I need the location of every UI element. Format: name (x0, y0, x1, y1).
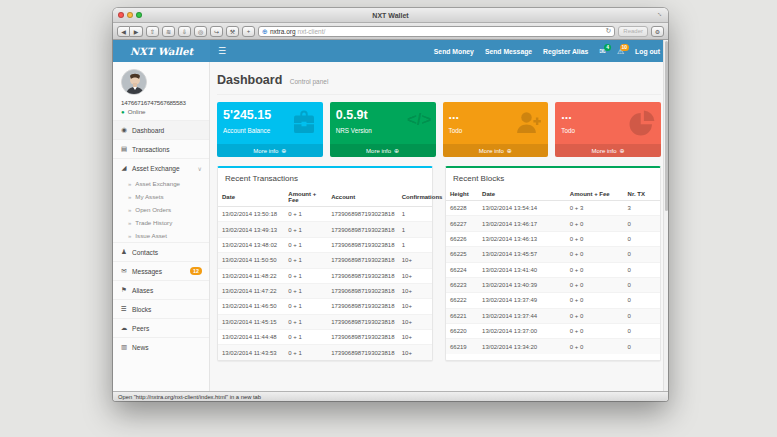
double-arrow-icon: » (128, 220, 131, 226)
back-button[interactable]: ◀ (117, 26, 130, 37)
card-nrs-version: 0.5.9t NRS Version </> More info ⊕ (330, 102, 436, 157)
sidebar-subitem-trade-history[interactable]: » Trade History (113, 216, 209, 229)
new-tab-button[interactable]: + (242, 26, 255, 37)
table-row: 6622413/02/2014 13:41:400 + 00 (446, 262, 660, 277)
table-row: 13/02/2014 11:46:500 + 11739068987193023… (218, 299, 432, 314)
more-info-link[interactable]: More info ⊕ (555, 144, 661, 157)
messages-count-badge: 4 (604, 44, 611, 51)
arrow-circle-icon: ⊕ (281, 147, 286, 154)
nav-link-register-alias[interactable]: Register Alias (543, 48, 588, 55)
brand-logo[interactable]: NXT Wallet (113, 40, 210, 62)
sidebar-subitem-label: Issue Asset (135, 232, 167, 239)
chevron-down-icon: ∨ (198, 165, 202, 172)
table-row: 13/02/2014 13:49:130 + 11739068987193023… (218, 222, 432, 237)
sidebar: 14766716747567685583 ● Online ◉ Dashboar… (113, 62, 210, 391)
scrollbar-thumb[interactable] (665, 41, 668, 211)
card-todo-2: ... Todo More info ⊕ (555, 102, 661, 157)
table-row: 6622213/02/2014 13:37:490 + 00 (446, 293, 660, 308)
sidebar-toggle-button[interactable]: ☰ (210, 40, 234, 62)
envelope-icon: ✉ (120, 267, 128, 275)
alerts-count-badge: 10 (620, 44, 630, 51)
sidebar-item-messages[interactable]: ✉ Messages 12 (113, 261, 209, 280)
vertical-scrollbar[interactable] (663, 40, 668, 391)
cloud-icon: ☁ (120, 324, 128, 332)
table-row: 13/02/2014 13:48:020 + 11739068987193023… (218, 237, 432, 252)
sidebar-item-news[interactable]: ▥ News (113, 337, 209, 356)
double-arrow-icon: » (128, 181, 131, 187)
url-path: nxt-client/ (298, 28, 326, 35)
forward-button[interactable]: ▶ (130, 26, 143, 37)
list-icon: ☰ (120, 305, 128, 313)
sidebar-item-transactions[interactable]: ▤ Transactions (113, 139, 209, 158)
sidebar-item-asset-exchange[interactable]: ◢ Asset Exchange ∨ (113, 158, 209, 177)
sidebar-subitem-open-orders[interactable]: » Open Orders (113, 203, 209, 216)
online-status-label: Online (128, 108, 146, 115)
sidebar-item-dashboard[interactable]: ◉ Dashboard (113, 120, 209, 139)
table-row: 6621913/02/2014 13:34:200 + 00 (446, 339, 660, 354)
table-row: 6622713/02/2014 13:46:170 + 00 (446, 216, 660, 231)
more-info-label: More info (479, 148, 504, 154)
status-text: Open "http://nxtra.org/nxt-client/index.… (118, 394, 261, 400)
dashboard-icon: ◉ (120, 126, 128, 134)
table-row: 13/02/2014 13:50:180 + 11739068987193023… (218, 207, 432, 222)
briefcase-icon (289, 108, 319, 138)
more-info-label: More info (366, 148, 391, 154)
alerts-dropdown-button[interactable]: ⚠ 10 (617, 47, 624, 56)
sidebar-item-label: Transactions (132, 146, 170, 153)
bookmark-icon: ⚑ (120, 286, 128, 294)
tools-wrench-button[interactable]: ⚒ (226, 26, 239, 37)
rss-button[interactable]: ≋ (162, 26, 175, 37)
download-button[interactable]: ⇩ (178, 26, 191, 37)
share-button[interactable]: ⇧ (146, 26, 159, 37)
browser-window: NXT Wallet ↔ ◀ ▶ ⇧ ≋ ⇩ ◎ ↪ ⚒ + ⊕ nxtra.o… (113, 8, 668, 401)
sidebar-item-aliases[interactable]: ⚑ Aliases (113, 280, 209, 299)
recent-blocks-title: Recent Blocks (446, 168, 660, 188)
sidebar-subitem-issue-asset[interactable]: » Issue Asset (113, 229, 209, 242)
address-bar[interactable]: ⊕ nxtra.org nxt-client/ ↻ (258, 26, 615, 37)
table-row: 13/02/2014 11:48:220 + 11739068987193023… (218, 268, 432, 283)
sidebar-item-peers[interactable]: ☁ Peers (113, 318, 209, 337)
logout-button[interactable]: Log out (635, 48, 660, 55)
more-info-link[interactable]: More info ⊕ (217, 144, 323, 157)
avatar (121, 69, 147, 95)
user-profile: 14766716747567685583 ● Online (113, 62, 209, 120)
more-info-link[interactable]: More info ⊕ (330, 144, 436, 157)
sidebar-item-label: Peers (132, 325, 149, 332)
sidebar-item-label: Asset Exchange (132, 165, 180, 172)
pie-chart-icon (627, 108, 657, 138)
sidebar-item-label: News (132, 344, 149, 351)
messages-dropdown-button[interactable]: ✉ 4 (599, 47, 606, 56)
column-header: Confirmations (398, 188, 432, 207)
recent-transactions-title: Recent Transactions (218, 168, 432, 188)
page-viewport: NXT Wallet ☰ Send Money Send Message Reg… (113, 40, 668, 391)
gear-button[interactable]: ⚙ (651, 26, 664, 37)
column-header: Account (327, 188, 398, 207)
nav-link-send-message[interactable]: Send Message (485, 48, 532, 55)
double-arrow-icon: » (128, 207, 131, 213)
column-header: Amount + Fee (566, 188, 624, 201)
sidebar-item-label: Blocks (132, 306, 151, 313)
sidebar-item-label: Aliases (132, 287, 153, 294)
main-content: Dashboard Control panel 5'245.15 Account… (210, 62, 668, 391)
nav-link-send-money[interactable]: Send Money (434, 48, 474, 55)
account-id: 14766716747567685583 (121, 99, 201, 106)
column-header: Height (446, 188, 478, 201)
recent-transactions-box: Recent Transactions Date Amount + Fee Ac… (217, 166, 433, 361)
sidebar-subitem-my-assets[interactable]: » My Assets (113, 190, 209, 203)
card-todo-1: ... Todo More info ⊕ (443, 102, 549, 157)
redo-button[interactable]: ↪ (210, 26, 223, 37)
sidebar-item-contacts[interactable]: ♟ Contacts (113, 242, 209, 261)
sidebar-subitem-asset-exchange[interactable]: » Asset Exchange (113, 177, 209, 190)
site-favicon-globe-icon: ⊕ (262, 28, 268, 35)
double-arrow-icon: » (128, 194, 131, 200)
blocks-table: Height Date Amount + Fee Nr. TX 6622813/… (446, 188, 660, 354)
sidebar-subitem-label: Trade History (135, 219, 172, 226)
more-info-link[interactable]: More info ⊕ (443, 144, 549, 157)
table-row: 13/02/2014 11:45:150 + 11739068987193023… (218, 314, 432, 329)
online-status-icon: ● (121, 109, 125, 115)
transactions-table: Date Amount + Fee Account Confirmations … (218, 188, 432, 360)
history-button[interactable]: ◎ (194, 26, 207, 37)
reader-button[interactable]: Reader (618, 26, 648, 37)
sidebar-item-blocks[interactable]: ☰ Blocks (113, 299, 209, 318)
refresh-icon[interactable]: ↻ (605, 27, 611, 35)
